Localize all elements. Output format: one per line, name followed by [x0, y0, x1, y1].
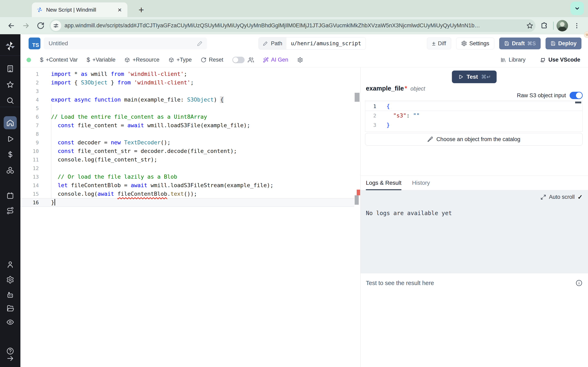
close-icon[interactable]: × [116, 6, 123, 13]
site-info-icon[interactable] [51, 20, 61, 31]
settings-button[interactable]: Settings [456, 38, 494, 49]
code-line[interactable]: 1import * as wmill from 'windmill-client… [20, 70, 354, 78]
deploy-button[interactable]: Deploy [545, 38, 581, 49]
editor-scrollbar-thumb[interactable] [355, 195, 359, 205]
script-name-input[interactable]: Untitled [44, 38, 207, 49]
type-label: +Type [177, 57, 192, 63]
library-button[interactable]: Library [501, 57, 526, 63]
auto-scroll-control[interactable]: Auto scroll ✓ [540, 193, 583, 201]
typescript-badge[interactable]: TS [29, 38, 40, 49]
argument-name: example_file [366, 85, 404, 92]
sidebar-item-folders folder-open-icon[interactable] [4, 302, 17, 315]
sidebar-item-resources cubes-icon[interactable] [4, 164, 17, 177]
browser-toolbar: app.windmill.dev/scripts/add#JTdCJTIyaGF… [0, 17, 588, 34]
back-icon[interactable] [5, 20, 17, 32]
draft-button[interactable]: Draft ⌘S [499, 38, 541, 49]
code-line[interactable]: 14 let fileContentBlob = await wmill.loa… [20, 181, 354, 190]
code-line[interactable]: 3} [365, 120, 582, 130]
code-line[interactable]: 11 console.log(file_content_str); [20, 155, 354, 164]
path-button[interactable]: Path u/henri/amusing_script [259, 37, 366, 50]
use-vscode-button[interactable]: Use VScode [540, 57, 580, 63]
code-editor[interactable]: 1import * as wmill from 'windmill-client… [20, 67, 360, 367]
test-button[interactable]: Test ⌘↵ [452, 71, 497, 83]
code-line[interactable]: 2 "s3": "" [365, 111, 582, 120]
windmill-logo[interactable] [4, 40, 17, 53]
line-number: 5 [20, 105, 41, 111]
menu-dots-icon[interactable] [571, 20, 583, 32]
line-number: 2 [20, 80, 41, 86]
raw-s3-toggle[interactable] [570, 92, 583, 99]
editor-settings-button[interactable] [297, 57, 303, 63]
draft-shortcut: ⌘S [527, 41, 536, 47]
extensions-icon[interactable] [538, 20, 550, 32]
url-bar[interactable]: app.windmill.dev/scripts/add#JTdCJTIyaGF… [49, 19, 536, 32]
code-line[interactable]: 13 // Or load the file lazily as a Blob [20, 173, 354, 181]
sidebar-item-audit eye-icon[interactable] [4, 316, 17, 329]
code-line[interactable]: 9 const decoder = new TextDecoder(); [20, 138, 354, 147]
code-line[interactable]: 16} [20, 198, 354, 207]
sidebar-item-home home-icon[interactable] [4, 116, 17, 129]
sidebar-item-schedules calendar-icon[interactable] [4, 189, 17, 202]
code-line[interactable]: 8 [20, 130, 354, 138]
sidebar-item-favorites star-icon[interactable] [4, 78, 17, 91]
info-icon[interactable] [575, 279, 583, 287]
choose-object-button[interactable]: Choose an object from the catalog [365, 133, 583, 146]
new-tab-icon[interactable]: + [135, 3, 148, 16]
code-line[interactable]: 4export async function main(example_file… [20, 95, 354, 104]
path-value[interactable]: u/henri/amusing_script [286, 38, 366, 49]
script-name: Untitled [49, 40, 68, 47]
sidebar-item-users person-icon[interactable] [4, 258, 17, 271]
json-scrollbar-thumb[interactable] [575, 101, 581, 103]
code-text: console.log(file_content_str); [41, 155, 157, 164]
sidebar-item-workspace building-icon[interactable] [4, 62, 17, 75]
add-context-var-button[interactable]: $ +Context Var [40, 57, 78, 63]
deploy-label: Deploy [558, 40, 577, 47]
avatar[interactable] [557, 20, 568, 31]
code-line[interactable]: 10 const file_content_str = decoder.deco… [20, 147, 354, 155]
sidebar-divider [0, 107, 20, 107]
reload-icon[interactable] [35, 20, 47, 32]
code-line[interactable]: 5 [20, 104, 354, 113]
tab-title: New Script | Windmill [46, 7, 113, 13]
add-type-button[interactable]: +Type [168, 57, 192, 63]
code-line[interactable]: 2import { S3Object } from 'windmill-clie… [20, 78, 354, 87]
browser-tab[interactable]: New Script | Windmill × [32, 2, 127, 17]
script-header: TS Untitled Path u/henri/amusing_script [20, 34, 588, 53]
sidebar-expand arrow-right-icon[interactable] [4, 352, 17, 365]
reset-icon [201, 57, 207, 63]
tab-logs-result[interactable]: Logs & Result [366, 176, 401, 190]
json-input-editor[interactable]: 1{2 "s3": ""3} [365, 100, 583, 132]
line-number: 11 [20, 157, 41, 163]
tab-search-button[interactable] [571, 2, 584, 15]
sidebar-item-routes route-icon[interactable] [4, 204, 17, 217]
gear-icon [297, 57, 303, 63]
code-line[interactable]: 1{ [365, 101, 582, 111]
diff-button[interactable]: ± Diff [427, 38, 451, 49]
add-resource-button[interactable]: +Resource [124, 57, 159, 63]
code-line[interactable]: 15 console.log(await fileContentBlob.tex… [20, 190, 354, 198]
code-line[interactable]: 3 [20, 87, 354, 95]
bookmark-star-icon[interactable] [526, 22, 534, 29]
ai-gen-button[interactable]: AI Gen [263, 57, 288, 63]
sidebar-item-variables dollar-icon[interactable] [4, 148, 17, 161]
sidebar-item-settings gear-icon[interactable] [4, 273, 17, 286]
toggle-off[interactable] [232, 57, 245, 63]
diff-mode-toggle[interactable] [232, 57, 254, 63]
package-icon [124, 57, 130, 63]
sidebar-divider [0, 55, 20, 56]
sidebar-item-search search-icon[interactable] [4, 94, 17, 107]
forward-icon[interactable] [20, 20, 32, 32]
sidebar-item-agents robot-icon[interactable] [4, 289, 17, 301]
url-text[interactable]: app.windmill.dev/scripts/add#JTdCJTIyaGF… [65, 22, 523, 29]
reset-button[interactable]: Reset [201, 57, 223, 63]
tab-history[interactable]: History [412, 176, 430, 190]
editor-scrollbar-thumb[interactable] [355, 93, 360, 102]
code-line[interactable]: 12 [20, 164, 354, 173]
windmill-favicon-icon [36, 7, 43, 13]
code-line[interactable]: 6// Load the entire file_content as a Ui… [20, 113, 354, 121]
line-number: 3 [365, 122, 381, 128]
raw-s3-toggle-row: Raw S3 object input [517, 92, 583, 99]
sidebar-item-runs play-icon[interactable] [4, 133, 17, 146]
add-variable-button[interactable]: $ +Variable [86, 57, 115, 63]
code-line[interactable]: 7 const file_content = await wmill.loadS… [20, 121, 354, 130]
